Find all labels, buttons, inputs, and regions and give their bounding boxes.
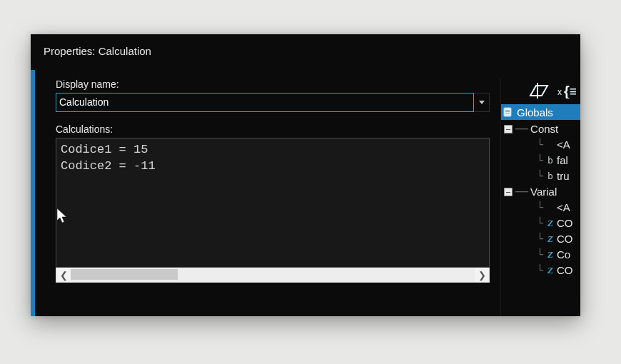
globals-tree[interactable]: – ── Const └ <A └ b fal └ b tru	[501, 120, 580, 280]
collapse-icon[interactable]: –	[504, 125, 513, 133]
type-icon: Z	[545, 247, 555, 263]
display-name-input[interactable]: Calculation	[56, 93, 474, 112]
type-icon: b	[545, 168, 555, 184]
tree-item-label: Co	[557, 247, 570, 263]
type-icon: Z	[545, 216, 555, 231]
horizontal-scrollbar[interactable]: ❮ ❯	[56, 268, 490, 283]
globals-header[interactable]: Globals	[501, 104, 580, 120]
tree-item-label: <A	[557, 200, 570, 216]
display-name-selected-text: Calculation	[59, 96, 108, 108]
collapse-icon[interactable]: –	[504, 188, 513, 196]
scroll-left-button[interactable]: ❮	[56, 268, 71, 282]
tree-item[interactable]: └ Z CO	[503, 263, 580, 278]
svg-text:x: x	[557, 87, 562, 97]
properties-body: Display name: Calculation Calculations: …	[56, 79, 490, 283]
display-name-label: Display name:	[56, 79, 490, 90]
tree-item-label: fal	[557, 153, 568, 168]
calculations-label: Calculations:	[56, 123, 490, 135]
scroll-track[interactable]	[71, 268, 475, 282]
braces-tool-icon[interactable]: x {≡	[557, 81, 576, 101]
tree-group[interactable]: – ── Varial	[503, 184, 580, 200]
scroll-right-button[interactable]: ❯	[475, 268, 489, 282]
tree-item[interactable]: └ Z Co	[503, 247, 580, 263]
type-icon: Z	[545, 263, 555, 278]
svg-rect-7	[505, 113, 510, 113]
svg-text:{≡: {≡	[564, 84, 576, 98]
tree-item[interactable]: └ <A	[503, 200, 580, 216]
globals-header-label: Globals	[517, 106, 553, 118]
tree-item[interactable]: └ Z CO	[503, 216, 580, 231]
display-name-row: Calculation	[56, 93, 490, 112]
plane-tool-icon[interactable]	[527, 81, 549, 101]
svg-marker-0	[530, 86, 547, 96]
document-icon	[503, 107, 513, 117]
type-icon: Z	[545, 231, 555, 247]
tree-group-label: Varial	[530, 184, 557, 200]
tree-item[interactable]: └ <A	[503, 137, 580, 153]
scroll-thumb[interactable]	[71, 269, 178, 280]
svg-rect-6	[505, 111, 510, 112]
svg-rect-5	[505, 110, 510, 111]
tree-item-label: CO	[557, 231, 573, 247]
display-name-dropdown-button[interactable]	[474, 93, 490, 112]
tree-item-label: tru	[557, 168, 570, 184]
tree-item[interactable]: └ Z CO	[503, 231, 580, 247]
tree-item[interactable]: └ b tru	[503, 168, 580, 184]
globals-pane: x {≡ Globals – ── Const └	[500, 79, 580, 316]
tree-group[interactable]: – ── Const	[503, 121, 580, 137]
tree-item-label: <A	[557, 137, 570, 153]
globals-toolbar: x {≡	[501, 79, 580, 104]
tree-group-label: Const	[530, 121, 558, 137]
calculations-textarea[interactable]: Codice1 = 15 Codice2 = -11	[56, 138, 490, 268]
tree-item-label: CO	[557, 216, 573, 231]
panel-title: Properties: Calculation	[44, 45, 151, 57]
properties-panel: Properties: Calculation Display name: Ca…	[31, 34, 580, 316]
tree-item-label: CO	[557, 263, 573, 278]
tree-item[interactable]: └ b fal	[503, 153, 580, 168]
left-accent-bar	[31, 70, 35, 316]
type-icon: b	[545, 153, 555, 168]
chevron-down-icon	[479, 101, 485, 104]
